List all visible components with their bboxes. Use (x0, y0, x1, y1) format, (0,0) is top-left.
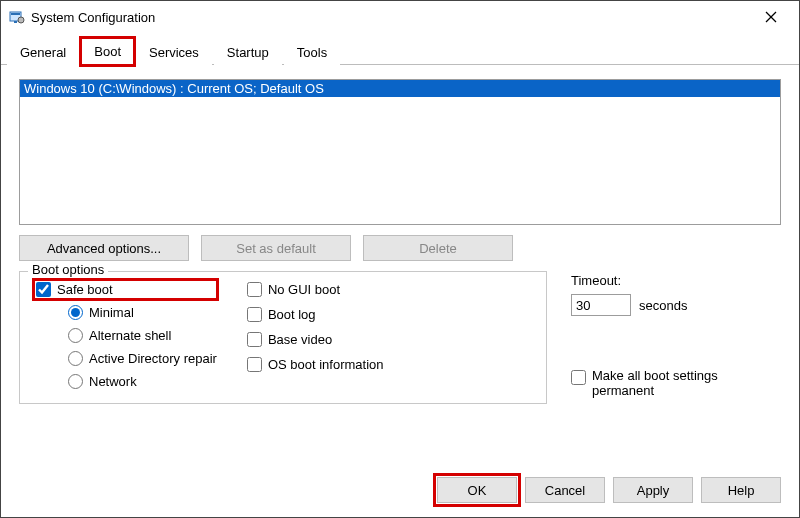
tab-startup[interactable]: Startup (214, 39, 282, 65)
svg-rect-2 (14, 21, 17, 23)
radio-minimal-label: Minimal (89, 305, 134, 320)
radio-ad-repair[interactable]: Active Directory repair (68, 351, 217, 366)
os-boot-info-label: OS boot information (268, 357, 384, 372)
svg-point-3 (18, 17, 24, 23)
tab-boot[interactable]: Boot (81, 38, 134, 65)
window-title: System Configuration (31, 10, 155, 25)
radio-minimal[interactable]: Minimal (68, 305, 217, 320)
ok-button[interactable]: OK (437, 477, 517, 503)
boot-log-input[interactable] (247, 307, 262, 322)
system-configuration-window: System Configuration General Boot Servic… (0, 0, 800, 518)
radio-network-label: Network (89, 374, 137, 389)
radio-alt-shell[interactable]: Alternate shell (68, 328, 217, 343)
dialog-buttons: OK Cancel Apply Help (1, 465, 799, 517)
close-icon (765, 11, 777, 23)
cancel-button[interactable]: Cancel (525, 477, 605, 503)
boot-options-legend: Boot options (28, 262, 108, 277)
options-row: Boot options Safe boot Minimal (19, 271, 781, 404)
no-gui-boot-checkbox[interactable]: No GUI boot (247, 282, 384, 297)
os-boot-info-checkbox[interactable]: OS boot information (247, 357, 384, 372)
svg-rect-1 (11, 13, 20, 15)
radio-ad-repair-label: Active Directory repair (89, 351, 217, 366)
safe-boot-input[interactable] (36, 282, 51, 297)
boot-entries-list[interactable]: Windows 10 (C:\Windows) : Current OS; De… (19, 79, 781, 225)
boot-options-fieldset: Boot options Safe boot Minimal (19, 271, 547, 404)
os-boot-info-input[interactable] (247, 357, 262, 372)
boot-entry-selected[interactable]: Windows 10 (C:\Windows) : Current OS; De… (20, 80, 780, 97)
safe-boot-label: Safe boot (57, 282, 113, 297)
make-permanent-checkbox[interactable]: Make all boot settings permanent (571, 368, 781, 398)
advanced-options-button[interactable]: Advanced options... (19, 235, 189, 261)
app-icon (9, 9, 25, 25)
timeout-input[interactable] (571, 294, 631, 316)
base-video-input[interactable] (247, 332, 262, 347)
no-gui-boot-input[interactable] (247, 282, 262, 297)
radio-alt-shell-label: Alternate shell (89, 328, 171, 343)
right-panel: Timeout: seconds Make all boot settings … (571, 271, 781, 404)
delete-button: Delete (363, 235, 513, 261)
help-button[interactable]: Help (701, 477, 781, 503)
tab-tools[interactable]: Tools (284, 39, 340, 65)
timeout-label: Timeout: (571, 273, 781, 288)
set-as-default-button: Set as default (201, 235, 351, 261)
tab-content-boot: Windows 10 (C:\Windows) : Current OS; De… (1, 65, 799, 465)
no-gui-boot-label: No GUI boot (268, 282, 340, 297)
safe-boot-checkbox[interactable]: Safe boot (34, 280, 217, 299)
tabstrip: General Boot Services Startup Tools (1, 37, 799, 65)
titlebar: System Configuration (1, 1, 799, 33)
radio-minimal-input[interactable] (68, 305, 83, 320)
boot-log-label: Boot log (268, 307, 316, 322)
apply-button[interactable]: Apply (613, 477, 693, 503)
base-video-checkbox[interactable]: Base video (247, 332, 384, 347)
base-video-label: Base video (268, 332, 332, 347)
tab-general[interactable]: General (7, 39, 79, 65)
radio-network[interactable]: Network (68, 374, 217, 389)
timeout-unit: seconds (639, 298, 687, 313)
close-button[interactable] (751, 3, 791, 31)
tab-services[interactable]: Services (136, 39, 212, 65)
boot-log-checkbox[interactable]: Boot log (247, 307, 384, 322)
radio-ad-repair-input[interactable] (68, 351, 83, 366)
radio-network-input[interactable] (68, 374, 83, 389)
make-permanent-input[interactable] (571, 370, 586, 385)
boot-list-buttons: Advanced options... Set as default Delet… (19, 235, 781, 261)
radio-alt-shell-input[interactable] (68, 328, 83, 343)
make-permanent-label: Make all boot settings permanent (592, 368, 742, 398)
